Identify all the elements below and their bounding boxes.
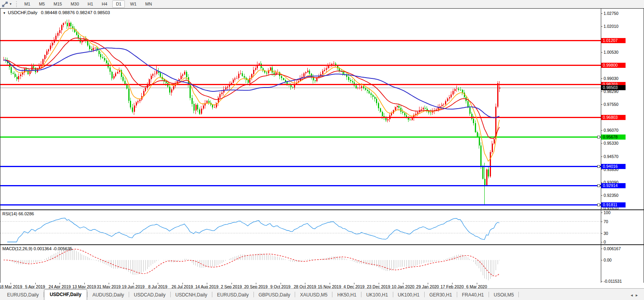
candle-body	[57, 33, 58, 35]
timeframe-button-d1[interactable]: D1	[112, 0, 125, 8]
horizontal-level-line	[0, 166, 601, 167]
timeframe-button-m1[interactable]: M1	[21, 0, 34, 8]
level-price-label: 0.96803	[601, 115, 626, 120]
timeframe-button-m15[interactable]: M15	[50, 0, 65, 8]
chart-tab-usoil-m5[interactable]: USOil,M5	[489, 291, 518, 300]
horizontal-level-line	[0, 84, 601, 85]
candle-body	[272, 67, 273, 73]
candle-body	[197, 105, 198, 109]
chart-tab-usdchf-daily[interactable]: USDCHF,Daily	[44, 289, 88, 300]
candle-body	[456, 89, 458, 89]
candle-body	[275, 73, 277, 75]
price-tick-label: 0.94570	[604, 155, 618, 159]
timeframe-toolbar: ▼ M1M5M15M30H1H4D1W1MN	[0, 0, 644, 9]
candle-body	[238, 74, 239, 78]
chart-tab-uk100-h1[interactable]: UK100,H1	[361, 291, 392, 300]
rsi-chart-canvas[interactable]	[0, 210, 601, 244]
candle-body	[462, 90, 463, 93]
candle-body	[208, 101, 210, 103]
timeframe-button-h1[interactable]: H1	[84, 0, 97, 8]
timeframe-button-h4[interactable]: H4	[98, 0, 111, 8]
chart-tab-xauusd-m5[interactable]: XAUUSD,M5	[295, 291, 332, 300]
candle-body	[494, 139, 495, 144]
candle-body	[126, 85, 128, 89]
candle-body	[156, 71, 157, 74]
chart-window: ▼USDCHF,Daily0.98448 0.98876 0.98247 0.9…	[0, 8, 644, 289]
candle-body	[109, 67, 111, 72]
candle-body	[136, 102, 137, 105]
collapse-triangle-icon[interactable]: ▼	[3, 11, 6, 15]
candle-body	[255, 68, 256, 70]
chart-tab-audusd-daily[interactable]: AUDUSD,Daily	[88, 291, 129, 300]
candle-body	[410, 120, 411, 120]
timeframe-button-w1[interactable]: W1	[126, 0, 140, 8]
macd-tickmark	[601, 249, 602, 249]
candle-body	[482, 166, 483, 178]
candle-body	[443, 104, 444, 105]
chart-tab-usdcad-daily[interactable]: USDCAD,Daily	[129, 291, 170, 300]
tab-scroll-left-icon[interactable]: ◄	[630, 293, 635, 297]
chart-tab-uk100-h1[interactable]: UK100,H1	[393, 291, 424, 300]
chart-tab-usdcnh-daily[interactable]: USDCNH,Daily	[171, 291, 212, 300]
candle-body	[33, 66, 34, 68]
macd-tickmark	[601, 281, 602, 282]
candle-body	[281, 76, 282, 78]
chart-tab-fra40-h1[interactable]: FRA40,H1	[457, 291, 489, 300]
candle-body	[460, 90, 461, 90]
candle-body	[61, 25, 62, 30]
candle-body	[214, 107, 215, 108]
timeframe-button-m30[interactable]: M30	[67, 0, 82, 8]
candle-body	[451, 95, 452, 98]
candle-body	[193, 104, 195, 111]
candle-body	[117, 72, 118, 73]
candle-body	[169, 87, 170, 93]
candle-body	[479, 136, 480, 145]
chart-tab-hk50-h1[interactable]: HK50,H1	[332, 291, 361, 300]
candle-body	[356, 85, 357, 88]
chart-tab-ger30-h1[interactable]: GER30,H1	[425, 291, 457, 300]
line-handle	[597, 184, 600, 187]
macd-chart-canvas[interactable]	[0, 245, 601, 283]
price-chart-canvas[interactable]	[0, 9, 601, 209]
candle-body	[447, 98, 448, 101]
candle-body	[412, 118, 413, 120]
level-price-label: 1.01207	[601, 38, 626, 43]
candle-body	[316, 78, 317, 81]
level-price-label: 0.99800	[601, 63, 626, 68]
chart-tab-eurusd-daily[interactable]: EURUSD,Daily	[2, 291, 44, 300]
current-price-label: 0.98503	[601, 85, 626, 90]
horizontal-level-line	[0, 117, 601, 118]
line-handle	[597, 136, 600, 138]
candle-body	[270, 67, 271, 70]
candle-body	[391, 113, 392, 115]
candle-body	[358, 88, 359, 88]
chart-tab-gbpusd-daily[interactable]: GBPUSD,Daily	[254, 291, 295, 300]
timeframe-button-mn[interactable]: MN	[142, 0, 155, 8]
candle-body	[242, 73, 243, 76]
tab-scroll-right-icon[interactable]: ►	[635, 293, 640, 297]
candle-body	[395, 107, 396, 110]
candle-body	[87, 41, 88, 45]
chevron-down-icon[interactable]: ▼	[9, 2, 12, 6]
candle-body	[404, 113, 405, 115]
chart-tab-eurusd-daily[interactable]: EURUSD,Daily	[212, 291, 254, 300]
price-pane: ▼USDCHF,Daily0.98448 0.98876 0.98247 0.9…	[0, 8, 644, 210]
timeframe-button-m5[interactable]: M5	[35, 0, 48, 8]
chart-tabs: EURUSD,DailyUSDCHF,DailyAUDUSD,DailyUSDC…	[2, 289, 519, 300]
candle-body	[132, 107, 133, 112]
candle-body	[99, 51, 100, 54]
price-tick-label: 1.00530	[604, 50, 618, 55]
candle-body	[145, 88, 146, 91]
rsi-pane: RSI(14) 66.0286 10070300	[0, 210, 644, 245]
rsi-tick-label: 30	[604, 231, 608, 236]
price-tick-label: 0.97550	[604, 102, 618, 107]
candle-body	[454, 89, 456, 91]
candle-body	[93, 48, 94, 50]
price-tickmark	[601, 52, 602, 53]
candle-body	[473, 119, 474, 123]
price-tickmark	[601, 13, 602, 14]
tab-scroll-arrows: ◄►	[630, 293, 640, 297]
candle-body	[253, 70, 254, 74]
line-studies-icon[interactable]	[2, 2, 8, 7]
candle-body	[231, 83, 232, 84]
